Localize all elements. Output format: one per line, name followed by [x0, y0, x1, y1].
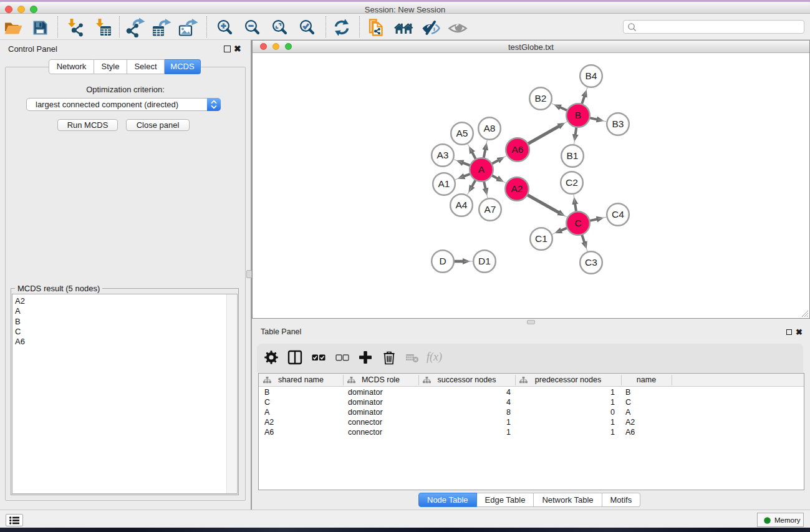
- svg-text:C3: C3: [585, 257, 597, 268]
- svg-text:B: B: [575, 110, 581, 120]
- svg-text:D1: D1: [478, 256, 491, 266]
- svg-text:B3: B3: [612, 118, 624, 129]
- svg-text:C: C: [574, 218, 581, 228]
- svg-text:C1: C1: [535, 233, 547, 244]
- svg-text:A5: A5: [456, 128, 468, 138]
- svg-text:A4: A4: [456, 200, 468, 210]
- svg-text:A1: A1: [438, 178, 450, 189]
- svg-text:B2: B2: [535, 93, 547, 104]
- svg-text:D: D: [439, 256, 446, 266]
- svg-text:C4: C4: [612, 209, 624, 220]
- svg-text:A7: A7: [485, 204, 496, 215]
- svg-text:A: A: [478, 164, 485, 175]
- svg-text:A8: A8: [484, 123, 496, 133]
- svg-text:A3: A3: [437, 150, 449, 160]
- svg-text:B1: B1: [567, 150, 579, 161]
- svg-text:A2: A2: [511, 183, 523, 194]
- svg-text:C2: C2: [566, 177, 578, 188]
- svg-text:A6: A6: [512, 144, 524, 155]
- svg-text:B4: B4: [586, 70, 597, 81]
